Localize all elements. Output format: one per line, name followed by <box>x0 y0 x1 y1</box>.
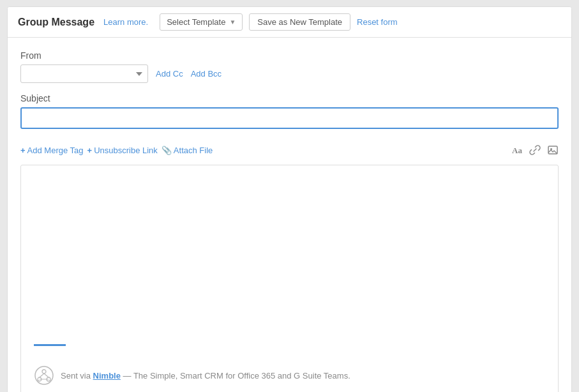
nimble-logo-icon <box>34 365 54 386</box>
nimble-sent-via: Sent via <box>61 371 93 381</box>
page-title: Group Message <box>18 17 94 28</box>
svg-point-4 <box>42 370 46 373</box>
add-merge-tag-label: Add Merge Tag <box>27 146 84 155</box>
plus-icon: + <box>20 146 26 155</box>
reset-form-button[interactable]: Reset form <box>357 17 398 27</box>
header: Group Message Learn more. Select Templat… <box>8 7 571 38</box>
format-text-icon[interactable]: Aa <box>511 144 523 156</box>
nimble-brand-link[interactable]: Nimble <box>93 371 121 381</box>
nimble-footer: Sent via Nimble — The Simple, Smart CRM … <box>21 359 558 392</box>
compose-area[interactable]: Sent via Nimble — The Simple, Smart CRM … <box>20 165 559 392</box>
svg-line-8 <box>44 373 49 377</box>
compose-inner <box>21 165 558 319</box>
from-section: From Add Cc Add Bcc <box>20 50 559 83</box>
from-label: From <box>20 50 559 61</box>
nimble-footer-text: Sent via Nimble — The Simple, Smart CRM … <box>61 371 350 381</box>
format-icons: Aa <box>511 144 559 156</box>
unsubscribe-link-label: Unsubscribe Link <box>94 146 158 155</box>
divider-line <box>34 344 66 346</box>
paperclip-icon: 📎 <box>162 146 172 155</box>
main-container: Group Message Learn more. Select Templat… <box>7 6 572 392</box>
subject-input[interactable] <box>20 107 559 129</box>
image-icon[interactable] <box>547 144 559 156</box>
attach-file-label: Attach File <box>174 146 213 155</box>
from-row: Add Cc Add Bcc <box>20 64 559 83</box>
subject-label: Subject <box>20 93 559 103</box>
add-bcc-link[interactable]: Add Bcc <box>191 69 222 79</box>
svg-text:Aa: Aa <box>512 146 522 155</box>
plus-icon-2: + <box>87 146 93 155</box>
subject-section: Subject <box>20 93 559 129</box>
link-icon[interactable] <box>529 144 541 156</box>
from-select[interactable] <box>20 64 148 83</box>
nimble-rest-text: — The Simple, Smart CRM for Office 365 a… <box>121 371 350 381</box>
svg-point-2 <box>550 148 552 150</box>
compose-toolbar: + Add Merge Tag + Unsubscribe Link 📎 Att… <box>20 139 559 161</box>
add-cc-link[interactable]: Add Cc <box>156 69 183 79</box>
svg-point-3 <box>35 366 53 384</box>
select-template-button[interactable]: Select Template ▼ <box>160 13 243 31</box>
save-template-button[interactable]: Save as New Template <box>249 13 350 31</box>
chevron-down-icon: ▼ <box>229 19 236 26</box>
select-template-label: Select Template <box>167 17 225 27</box>
attach-file-button[interactable]: 📎 Attach File <box>162 146 213 155</box>
learn-more-link[interactable]: Learn more. <box>103 17 148 27</box>
body-content: From Add Cc Add Bcc Subject + Add Merge … <box>8 38 571 392</box>
unsubscribe-link-button[interactable]: + Unsubscribe Link <box>87 146 158 155</box>
add-merge-tag-button[interactable]: + Add Merge Tag <box>20 146 84 155</box>
svg-line-7 <box>40 373 44 377</box>
